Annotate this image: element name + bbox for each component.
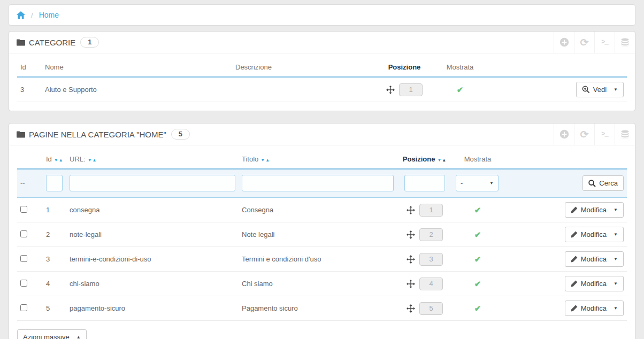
- shown-check-icon: ✔: [474, 304, 481, 313]
- pages-panel: PAGINE NELLA CATEGORIA "HOME" 5 ⟳ >_: [9, 123, 635, 339]
- pencil-icon: [571, 305, 578, 312]
- page-id: 5: [43, 296, 66, 321]
- filter-url-input[interactable]: [70, 175, 235, 191]
- page-row[interactable]: 1 consegna Consegna ✔: [17, 197, 627, 222]
- page-id: 3: [43, 247, 66, 272]
- row-checkbox[interactable]: [20, 280, 27, 287]
- sort-asc-icon[interactable]: ▲: [265, 158, 270, 163]
- plus-circle-icon: [559, 37, 569, 47]
- edit-button-label: Modifica: [581, 304, 607, 312]
- page-row[interactable]: 5 pagamento-sicuro Pagamento sicuro ✔: [17, 296, 627, 321]
- pages-count-badge: 5: [171, 129, 190, 140]
- caret-up-icon: ▲: [76, 335, 81, 339]
- caret-down-icon[interactable]: ▼: [614, 232, 618, 237]
- page-position-input: [419, 278, 443, 290]
- add-button[interactable]: [554, 32, 574, 53]
- database-icon: [620, 38, 630, 47]
- shown-check-icon: ✔: [474, 279, 481, 288]
- col-header-position: Posizione: [374, 58, 434, 77]
- page-position-input: [419, 302, 443, 315]
- refresh-icon: ⟳: [580, 129, 589, 140]
- database-icon: [620, 130, 630, 139]
- category-description: [232, 77, 374, 102]
- edit-button[interactable]: Modifica ▼: [565, 251, 624, 267]
- edit-button-label: Modifica: [581, 280, 607, 288]
- export-sql-button[interactable]: [615, 32, 635, 53]
- category-position-input: [399, 83, 423, 96]
- categories-table: Id Nome Descrizione Posizione Mostrata 3…: [17, 58, 627, 102]
- move-handle-icon[interactable]: [407, 304, 415, 313]
- col-header-position[interactable]: Posizione▼▲: [397, 150, 453, 169]
- categories-panel: CATEGORIE 1 ⟳ >_: [9, 31, 635, 111]
- edit-button[interactable]: Modifica ▼: [565, 227, 624, 242]
- export-sql-button[interactable]: [615, 124, 635, 145]
- page-position-input: [419, 204, 443, 217]
- pages-table: Id▼▲ URL:▼▲ Titolo▼▲ Posizione▼▲ Mostrat…: [17, 150, 627, 321]
- move-handle-icon[interactable]: [407, 280, 415, 288]
- page-row[interactable]: 2 note-legali Note legali ✔: [17, 222, 627, 247]
- sort-asc-icon[interactable]: ▲: [93, 158, 97, 163]
- edit-button[interactable]: Modifica ▼: [565, 301, 624, 316]
- page-title: Note legali: [239, 222, 397, 247]
- shown-check-icon: ✔: [474, 230, 481, 239]
- caret-down-icon[interactable]: ▼: [614, 281, 618, 286]
- sort-desc-icon[interactable]: ▼: [260, 158, 265, 163]
- bulk-actions-label: Azioni massive: [23, 333, 70, 339]
- row-checkbox[interactable]: [20, 206, 27, 213]
- terminal-button[interactable]: >_: [594, 124, 615, 145]
- sort-asc-icon[interactable]: ▲: [442, 158, 447, 163]
- filter-shown-select[interactable]: - ▼: [456, 175, 499, 191]
- edit-button-label: Modifica: [581, 255, 607, 263]
- pages-panel-body: Id▼▲ URL:▼▲ Titolo▼▲ Posizione▼▲ Mostrat…: [9, 145, 635, 339]
- sort-asc-icon[interactable]: ▲: [59, 158, 64, 163]
- edit-button[interactable]: Modifica ▼: [565, 202, 624, 218]
- page-title: Pagamento sicuro: [239, 296, 397, 321]
- col-header-id: Id: [17, 58, 42, 77]
- move-handle-icon[interactable]: [407, 230, 415, 239]
- page-url: note-legali: [66, 222, 239, 247]
- col-header-title[interactable]: Titolo▼▲: [239, 150, 397, 169]
- plus-circle-icon: [559, 129, 569, 139]
- page-row[interactable]: 4 chi-siamo Chi siamo ✔: [17, 272, 627, 296]
- col-header-url[interactable]: URL:▼▲: [66, 150, 239, 169]
- filter-title-input[interactable]: [242, 175, 394, 191]
- add-button[interactable]: [554, 124, 574, 145]
- pages-toolbar: ⟳ >_: [554, 124, 635, 145]
- row-checkbox[interactable]: [20, 230, 27, 237]
- page-row[interactable]: 3 termini-e-condizioni-di-uso Termini e …: [17, 247, 627, 272]
- home-icon[interactable]: [17, 11, 25, 19]
- filter-position-input[interactable]: [404, 175, 445, 191]
- page-position-input: [419, 253, 443, 266]
- edit-button[interactable]: Modifica ▼: [565, 276, 624, 291]
- view-button[interactable]: Vedi ▼: [576, 82, 624, 97]
- search-button[interactable]: Cerca: [582, 175, 624, 191]
- edit-button-label: Modifica: [581, 230, 607, 238]
- row-checkbox[interactable]: [20, 255, 27, 262]
- caret-down-icon[interactable]: ▼: [614, 306, 618, 311]
- caret-down-icon[interactable]: ▼: [614, 87, 618, 92]
- bulk-actions-button[interactable]: Azioni massive ▲: [17, 329, 87, 339]
- col-header-actions: [486, 58, 627, 77]
- refresh-icon: ⟳: [580, 37, 589, 48]
- sort-desc-icon[interactable]: ▼: [54, 158, 59, 163]
- move-handle-icon[interactable]: [407, 206, 415, 214]
- move-handle-icon[interactable]: [386, 86, 395, 94]
- col-header-shown: Mostrata: [434, 58, 486, 77]
- refresh-button[interactable]: ⟳: [574, 32, 594, 53]
- panel-title-text: CATEGORIE: [29, 38, 75, 47]
- category-row[interactable]: 3 Aiuto e Supporto: [17, 77, 627, 102]
- filter-id-input[interactable]: [46, 175, 63, 191]
- terminal-button[interactable]: >_: [594, 32, 615, 53]
- sort-desc-icon[interactable]: ▼: [88, 158, 93, 163]
- col-header-id[interactable]: Id▼▲: [43, 150, 66, 169]
- move-handle-icon[interactable]: [407, 255, 415, 264]
- sort-desc-icon[interactable]: ▼: [437, 158, 442, 163]
- bulk-actions-wrap: Azioni massive ▲: [17, 329, 627, 339]
- caret-down-icon[interactable]: ▼: [614, 207, 618, 212]
- page-position-input: [419, 228, 443, 241]
- row-checkbox[interactable]: [20, 304, 27, 311]
- col-header-name: Nome: [42, 58, 232, 77]
- refresh-button[interactable]: ⟳: [574, 124, 594, 145]
- breadcrumb-home-link[interactable]: Home: [39, 11, 59, 19]
- caret-down-icon[interactable]: ▼: [614, 257, 618, 261]
